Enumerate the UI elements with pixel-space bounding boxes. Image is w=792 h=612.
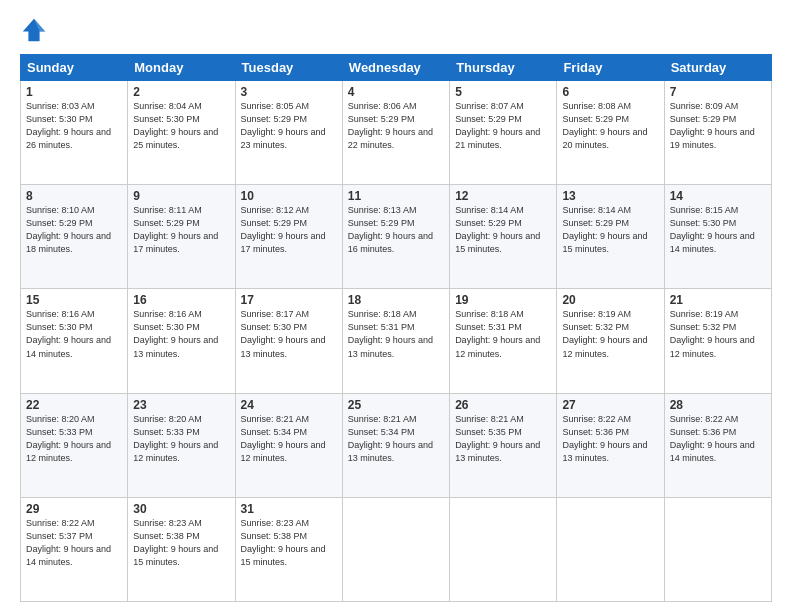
day-info: Sunrise: 8:22 AM Sunset: 5:36 PM Dayligh… xyxy=(562,413,658,465)
calendar-cell: 15 Sunrise: 8:16 AM Sunset: 5:30 PM Dayl… xyxy=(21,289,128,393)
day-number: 2 xyxy=(133,85,229,99)
calendar-cell: 17 Sunrise: 8:17 AM Sunset: 5:30 PM Dayl… xyxy=(235,289,342,393)
calendar-cell: 20 Sunrise: 8:19 AM Sunset: 5:32 PM Dayl… xyxy=(557,289,664,393)
calendar-cell: 3 Sunrise: 8:05 AM Sunset: 5:29 PM Dayli… xyxy=(235,81,342,185)
day-info: Sunrise: 8:22 AM Sunset: 5:36 PM Dayligh… xyxy=(670,413,766,465)
logo-icon xyxy=(20,16,48,44)
day-info: Sunrise: 8:12 AM Sunset: 5:29 PM Dayligh… xyxy=(241,204,337,256)
day-number: 22 xyxy=(26,398,122,412)
day-info: Sunrise: 8:18 AM Sunset: 5:31 PM Dayligh… xyxy=(455,308,551,360)
day-info: Sunrise: 8:17 AM Sunset: 5:30 PM Dayligh… xyxy=(241,308,337,360)
calendar-cell: 5 Sunrise: 8:07 AM Sunset: 5:29 PM Dayli… xyxy=(450,81,557,185)
day-number: 12 xyxy=(455,189,551,203)
calendar-cell: 27 Sunrise: 8:22 AM Sunset: 5:36 PM Dayl… xyxy=(557,393,664,497)
calendar-cell: 8 Sunrise: 8:10 AM Sunset: 5:29 PM Dayli… xyxy=(21,185,128,289)
calendar-cell: 24 Sunrise: 8:21 AM Sunset: 5:34 PM Dayl… xyxy=(235,393,342,497)
day-info: Sunrise: 8:03 AM Sunset: 5:30 PM Dayligh… xyxy=(26,100,122,152)
day-info: Sunrise: 8:13 AM Sunset: 5:29 PM Dayligh… xyxy=(348,204,444,256)
calendar-cell: 4 Sunrise: 8:06 AM Sunset: 5:29 PM Dayli… xyxy=(342,81,449,185)
page: SundayMondayTuesdayWednesdayThursdayFrid… xyxy=(0,0,792,612)
header xyxy=(20,16,772,44)
calendar-day-header: Wednesday xyxy=(342,55,449,81)
calendar-cell: 13 Sunrise: 8:14 AM Sunset: 5:29 PM Dayl… xyxy=(557,185,664,289)
day-number: 24 xyxy=(241,398,337,412)
calendar-cell: 9 Sunrise: 8:11 AM Sunset: 5:29 PM Dayli… xyxy=(128,185,235,289)
calendar-cell: 10 Sunrise: 8:12 AM Sunset: 5:29 PM Dayl… xyxy=(235,185,342,289)
day-info: Sunrise: 8:11 AM Sunset: 5:29 PM Dayligh… xyxy=(133,204,229,256)
day-number: 27 xyxy=(562,398,658,412)
calendar-day-header: Saturday xyxy=(664,55,771,81)
day-number: 7 xyxy=(670,85,766,99)
calendar-cell: 26 Sunrise: 8:21 AM Sunset: 5:35 PM Dayl… xyxy=(450,393,557,497)
calendar-cell: 11 Sunrise: 8:13 AM Sunset: 5:29 PM Dayl… xyxy=(342,185,449,289)
day-info: Sunrise: 8:14 AM Sunset: 5:29 PM Dayligh… xyxy=(455,204,551,256)
day-info: Sunrise: 8:20 AM Sunset: 5:33 PM Dayligh… xyxy=(26,413,122,465)
calendar-cell xyxy=(342,497,449,601)
day-number: 30 xyxy=(133,502,229,516)
calendar-cell: 29 Sunrise: 8:22 AM Sunset: 5:37 PM Dayl… xyxy=(21,497,128,601)
calendar-cell: 28 Sunrise: 8:22 AM Sunset: 5:36 PM Dayl… xyxy=(664,393,771,497)
day-number: 18 xyxy=(348,293,444,307)
calendar-day-header: Thursday xyxy=(450,55,557,81)
day-info: Sunrise: 8:16 AM Sunset: 5:30 PM Dayligh… xyxy=(26,308,122,360)
calendar-week-row: 22 Sunrise: 8:20 AM Sunset: 5:33 PM Dayl… xyxy=(21,393,772,497)
calendar-cell: 30 Sunrise: 8:23 AM Sunset: 5:38 PM Dayl… xyxy=(128,497,235,601)
day-info: Sunrise: 8:16 AM Sunset: 5:30 PM Dayligh… xyxy=(133,308,229,360)
calendar-week-row: 8 Sunrise: 8:10 AM Sunset: 5:29 PM Dayli… xyxy=(21,185,772,289)
day-info: Sunrise: 8:23 AM Sunset: 5:38 PM Dayligh… xyxy=(241,517,337,569)
calendar-cell xyxy=(664,497,771,601)
calendar-cell: 18 Sunrise: 8:18 AM Sunset: 5:31 PM Dayl… xyxy=(342,289,449,393)
day-number: 31 xyxy=(241,502,337,516)
day-number: 5 xyxy=(455,85,551,99)
day-info: Sunrise: 8:18 AM Sunset: 5:31 PM Dayligh… xyxy=(348,308,444,360)
day-info: Sunrise: 8:06 AM Sunset: 5:29 PM Dayligh… xyxy=(348,100,444,152)
day-info: Sunrise: 8:09 AM Sunset: 5:29 PM Dayligh… xyxy=(670,100,766,152)
day-number: 15 xyxy=(26,293,122,307)
day-info: Sunrise: 8:14 AM Sunset: 5:29 PM Dayligh… xyxy=(562,204,658,256)
calendar-cell xyxy=(557,497,664,601)
calendar-day-header: Tuesday xyxy=(235,55,342,81)
day-number: 29 xyxy=(26,502,122,516)
day-number: 14 xyxy=(670,189,766,203)
day-number: 13 xyxy=(562,189,658,203)
day-number: 10 xyxy=(241,189,337,203)
calendar-cell: 12 Sunrise: 8:14 AM Sunset: 5:29 PM Dayl… xyxy=(450,185,557,289)
calendar-cell: 31 Sunrise: 8:23 AM Sunset: 5:38 PM Dayl… xyxy=(235,497,342,601)
day-info: Sunrise: 8:08 AM Sunset: 5:29 PM Dayligh… xyxy=(562,100,658,152)
day-number: 21 xyxy=(670,293,766,307)
day-info: Sunrise: 8:10 AM Sunset: 5:29 PM Dayligh… xyxy=(26,204,122,256)
day-number: 6 xyxy=(562,85,658,99)
day-number: 20 xyxy=(562,293,658,307)
calendar-header-row: SundayMondayTuesdayWednesdayThursdayFrid… xyxy=(21,55,772,81)
logo xyxy=(20,16,52,44)
day-info: Sunrise: 8:05 AM Sunset: 5:29 PM Dayligh… xyxy=(241,100,337,152)
day-info: Sunrise: 8:23 AM Sunset: 5:38 PM Dayligh… xyxy=(133,517,229,569)
calendar-cell: 7 Sunrise: 8:09 AM Sunset: 5:29 PM Dayli… xyxy=(664,81,771,185)
day-number: 28 xyxy=(670,398,766,412)
calendar-cell: 21 Sunrise: 8:19 AM Sunset: 5:32 PM Dayl… xyxy=(664,289,771,393)
day-number: 23 xyxy=(133,398,229,412)
day-number: 3 xyxy=(241,85,337,99)
day-info: Sunrise: 8:19 AM Sunset: 5:32 PM Dayligh… xyxy=(562,308,658,360)
day-info: Sunrise: 8:22 AM Sunset: 5:37 PM Dayligh… xyxy=(26,517,122,569)
calendar-cell xyxy=(450,497,557,601)
day-number: 1 xyxy=(26,85,122,99)
calendar-cell: 1 Sunrise: 8:03 AM Sunset: 5:30 PM Dayli… xyxy=(21,81,128,185)
day-number: 4 xyxy=(348,85,444,99)
calendar-day-header: Friday xyxy=(557,55,664,81)
calendar-table: SundayMondayTuesdayWednesdayThursdayFrid… xyxy=(20,54,772,602)
calendar-cell: 23 Sunrise: 8:20 AM Sunset: 5:33 PM Dayl… xyxy=(128,393,235,497)
day-number: 11 xyxy=(348,189,444,203)
day-info: Sunrise: 8:20 AM Sunset: 5:33 PM Dayligh… xyxy=(133,413,229,465)
calendar-cell: 14 Sunrise: 8:15 AM Sunset: 5:30 PM Dayl… xyxy=(664,185,771,289)
calendar-cell: 19 Sunrise: 8:18 AM Sunset: 5:31 PM Dayl… xyxy=(450,289,557,393)
calendar-week-row: 29 Sunrise: 8:22 AM Sunset: 5:37 PM Dayl… xyxy=(21,497,772,601)
calendar-cell: 22 Sunrise: 8:20 AM Sunset: 5:33 PM Dayl… xyxy=(21,393,128,497)
calendar-day-header: Monday xyxy=(128,55,235,81)
calendar-day-header: Sunday xyxy=(21,55,128,81)
calendar-cell: 2 Sunrise: 8:04 AM Sunset: 5:30 PM Dayli… xyxy=(128,81,235,185)
day-number: 25 xyxy=(348,398,444,412)
calendar-week-row: 1 Sunrise: 8:03 AM Sunset: 5:30 PM Dayli… xyxy=(21,81,772,185)
day-info: Sunrise: 8:21 AM Sunset: 5:34 PM Dayligh… xyxy=(241,413,337,465)
day-number: 17 xyxy=(241,293,337,307)
